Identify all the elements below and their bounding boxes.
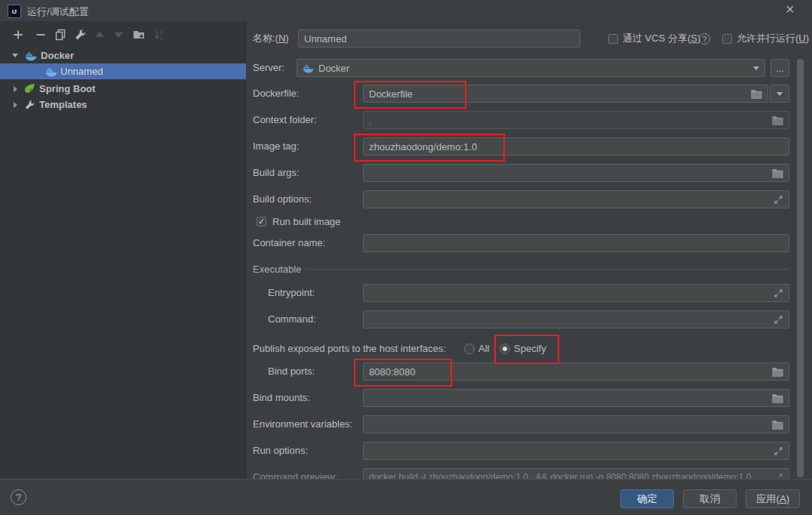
tree-item-label: Spring Boot [39, 83, 95, 94]
command-label: Command: [268, 310, 316, 328]
bind-mounts-label: Bind mounts: [253, 389, 310, 407]
build-options-field[interactable] [363, 190, 789, 208]
copy-icon[interactable] [54, 29, 66, 41]
folder-icon[interactable] [772, 367, 783, 377]
entrypoint-field[interactable] [363, 284, 789, 302]
cancel-button[interactable]: 取消 [683, 489, 737, 508]
sidebar-panel: az Docker Unnamed Spring Boot Templates [0, 21, 246, 479]
expand-icon[interactable] [774, 288, 783, 298]
run-built-image-checkbox[interactable]: ✓ [257, 217, 266, 227]
title-bar: IJ 运行/调试配置 × [0, 0, 812, 22]
publish-all-label: All [478, 340, 489, 358]
logo-text: IJ [12, 9, 17, 14]
intellij-logo-icon: IJ [8, 5, 21, 18]
collapsed-chevron-icon[interactable] [14, 102, 17, 108]
build-args-label: Build args: [253, 164, 299, 182]
publish-specify-radio[interactable] [500, 344, 510, 354]
bind-ports-label: Bind ports: [268, 362, 315, 381]
server-value: Docker [318, 63, 749, 74]
run-options-field[interactable] [363, 442, 789, 460]
build-options-label: Build options: [253, 190, 312, 208]
tree-item-label: Unnamed [60, 66, 103, 77]
tree-item-label: Templates [39, 99, 87, 110]
tree-item-templates[interactable]: Templates [0, 97, 246, 113]
folder-icon[interactable] [772, 420, 783, 430]
configurations-toolbar: az [0, 27, 246, 44]
tree-item-unnamed-selected[interactable]: Unnamed [0, 63, 246, 79]
chevron-down-icon [777, 92, 783, 96]
folder-icon[interactable] [772, 393, 783, 403]
create-folder-icon[interactable] [133, 29, 146, 41]
entrypoint-label: Entrypoint: [268, 284, 315, 302]
vcs-help-icon[interactable]: ? [699, 33, 710, 45]
image-tag-label: Image tag: [253, 137, 299, 156]
wrench-icon [24, 100, 35, 110]
help-icon[interactable]: ? [11, 489, 26, 505]
publish-ports-label: Publish exposed ports to the host interf… [253, 340, 446, 358]
dockerfile-field[interactable]: Dockerfile [363, 85, 768, 103]
dialog-title: 运行/调试配置 [27, 5, 89, 19]
bind-mounts-field[interactable] [363, 389, 789, 407]
tree-item-spring-boot-group[interactable]: Spring Boot [0, 81, 246, 97]
spring-boot-icon [24, 83, 35, 94]
run-built-image-label: Run built image [272, 213, 340, 231]
run-options-label: Run options: [253, 442, 308, 460]
docker-icon [303, 63, 314, 73]
dockerfile-dropdown-button[interactable] [770, 85, 789, 103]
server-combobox[interactable]: Docker [297, 59, 765, 77]
publish-all-radio[interactable] [464, 344, 475, 354]
vertical-scrollbar[interactable] [797, 59, 804, 477]
run-debug-configurations-dialog: IJ 运行/调试配置 × az [0, 0, 812, 515]
share-vcs-label: 通过 VCS 分享(S) [623, 29, 700, 48]
container-name-label: Container name: [253, 234, 325, 252]
build-args-field[interactable] [363, 164, 789, 182]
remove-icon[interactable] [35, 29, 47, 41]
publish-specify-label: Specify [514, 340, 546, 358]
name-label: 名称:(N) [253, 29, 289, 48]
expand-icon[interactable] [774, 195, 783, 205]
move-down-icon[interactable] [114, 32, 123, 38]
folder-icon[interactable] [772, 116, 783, 125]
svg-text:z: z [160, 35, 163, 41]
chevron-down-icon[interactable] [753, 66, 759, 70]
dialog-footer: ? 确定 取消 应用(A) [0, 479, 812, 515]
sort-alphabetically-icon[interactable]: az [153, 29, 165, 41]
ok-button[interactable]: 确定 [620, 489, 674, 508]
executable-separator-line [305, 269, 789, 270]
svg-text:a: a [160, 29, 163, 35]
container-name-field[interactable] [363, 234, 789, 252]
edit-templates-icon[interactable] [74, 29, 86, 41]
image-tag-field[interactable]: zhouzhaodong/demo:1.0 [363, 137, 789, 156]
context-folder-label: Context folder: [253, 111, 317, 129]
expand-icon[interactable] [774, 315, 783, 325]
share-vcs-checkbox[interactable] [608, 34, 618, 44]
add-icon[interactable] [12, 29, 24, 41]
folder-icon[interactable] [751, 89, 762, 99]
environment-variables-label: Environment variables: [253, 415, 352, 433]
collapsed-chevron-icon[interactable] [14, 86, 17, 92]
context-folder-field[interactable]: . [363, 111, 789, 129]
expand-icon[interactable] [774, 446, 783, 456]
executable-section-label: Executable [253, 261, 301, 279]
apply-button[interactable]: 应用(A) [746, 489, 800, 508]
allow-parallel-run-label: 允许并行运行(U) [737, 29, 809, 48]
docker-icon [45, 66, 57, 77]
dockerfile-label: Dockerfile: [253, 85, 299, 103]
allow-parallel-run-checkbox[interactable] [722, 34, 732, 44]
tree-item-label: Docker [41, 50, 74, 61]
server-browse-button[interactable]: ... [770, 59, 789, 77]
environment-variables-field[interactable] [363, 415, 789, 433]
command-field[interactable] [363, 310, 789, 328]
tree-item-docker-group[interactable]: Docker [0, 48, 246, 63]
server-label: Server: [253, 59, 285, 77]
bind-ports-field[interactable]: 8080:8080 [363, 362, 789, 381]
close-icon[interactable]: × [786, 1, 795, 18]
expanded-chevron-icon[interactable] [12, 54, 18, 57]
docker-icon [25, 51, 37, 61]
check-icon: ✓ [258, 217, 265, 226]
folder-icon[interactable] [772, 168, 783, 178]
move-up-icon[interactable] [95, 32, 104, 37]
name-input[interactable] [298, 29, 580, 48]
